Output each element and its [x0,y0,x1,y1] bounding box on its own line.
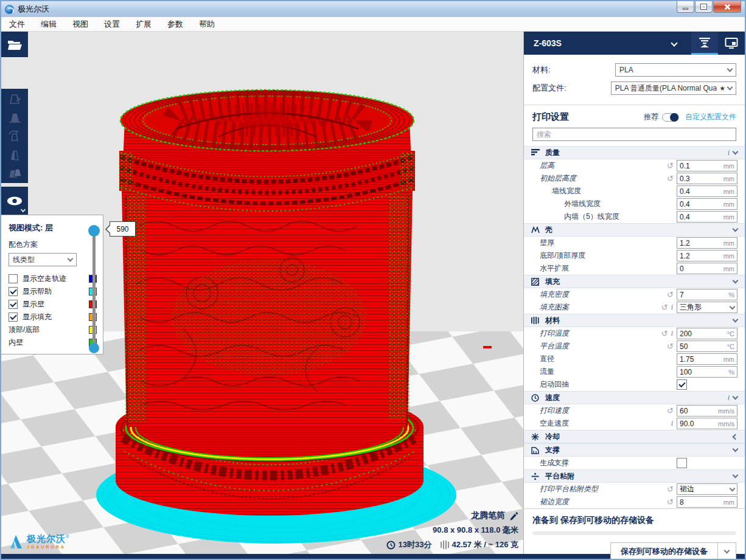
shell-icon [531,226,542,233]
custom-profile-link[interactable]: 自定义配置文件 [685,112,736,122]
wall-thickness-input[interactable]: 1.2mm [677,237,737,249]
menu-settings[interactable]: 设置 [96,17,128,32]
layer-slider-upper-handle[interactable] [88,225,100,237]
inner-wall-line-width-input[interactable]: 0.4mm [677,211,737,223]
horizontal-expansion-input[interactable]: 0mm [677,263,737,274]
section-infill[interactable]: 填充 [524,275,745,288]
section-support[interactable]: 支撑 [524,443,745,457]
custom-mode-toggle[interactable] [662,113,679,122]
settings-search-input[interactable] [532,128,736,141]
setting-row: 内墙（5）线宽度 0.4mm [524,210,745,223]
outer-wall-line-width-input[interactable]: 0.4mm [677,198,737,210]
save-to-removable-button[interactable]: 保存到可移动的存储设备 [610,542,718,560]
maximize-button[interactable] [695,1,713,13]
menu-extensions[interactable]: 扩展 [128,17,159,32]
tab-prepare[interactable] [691,32,718,55]
reset-icon[interactable]: ↺ [667,290,674,299]
info-icon[interactable]: i [728,393,730,403]
section-shell[interactable]: 壳 [524,223,745,237]
layer-slider-track[interactable] [92,230,96,349]
adhesion-type-select[interactable]: 裙边 [677,483,737,495]
layer-height-input[interactable]: 0.1mm [677,160,737,171]
profile-select[interactable]: PLA 普通质量(PLA Normal Qua ★ [611,81,736,95]
brand-watermark: 极光尔沃® JGAURORA [9,533,69,549]
menu-edit[interactable]: 编辑 [33,17,64,32]
open-folder-icon [7,39,22,50]
print-speed-input[interactable]: 60mm/s [677,405,737,417]
section-material[interactable]: 材料 [524,314,745,327]
save-options-dropdown[interactable] [718,542,736,560]
material-label: 材料: [532,64,615,75]
layer-slider-lower-handle[interactable] [89,343,99,353]
mirror-tool-button[interactable] [1,145,28,164]
wall-line-width-input[interactable]: 0.4mm [677,185,737,197]
duplicate-tool-button[interactable] [1,164,28,183]
generate-support-checkbox[interactable] [677,458,687,468]
reset-icon[interactable]: ↺ [667,342,674,351]
menu-file[interactable]: 文件 [1,17,33,32]
chevron-down-icon[interactable] [671,40,677,46]
menu-help[interactable]: 帮助 [191,17,223,32]
reset-icon[interactable]: ↺ [667,161,674,170]
flow-input[interactable]: 100% [677,366,737,378]
rename-pencil-icon[interactable] [509,511,518,520]
infill-checkbox[interactable] [9,313,18,322]
travel-speed-input[interactable]: 90.0mm/s [677,418,737,429]
info-icon[interactable]: i [728,148,730,157]
setting-row: 填充密度 ↺ 7% [524,288,745,301]
print-temperature-input[interactable]: 200°C [677,328,737,339]
setting-row: 填充图案 ↺ i 三角形 [524,301,745,314]
layer-slider[interactable] [88,225,99,354]
model-name: 龙腾笔筒 [471,510,505,521]
shell-checkbox[interactable] [9,300,18,309]
section-speed[interactable]: 速度 i [524,391,745,404]
menu-parameters[interactable]: 参数 [159,17,191,32]
diameter-input[interactable]: 1.75mm [677,353,737,365]
setting-row: 水平扩展 0mm [524,262,745,275]
section-quality[interactable]: 质量 i [524,146,745,159]
scale-tool-button[interactable] [1,108,28,126]
initial-layer-height-input[interactable]: 0.3mm [677,173,737,184]
chevron-down-icon [733,226,739,232]
reset-icon[interactable]: ↺ [667,485,674,494]
settings-list: 质量 i 层高 ↺ 0.1mm 初始层高度 ↺ 0.3mm 墙线宽度 0.4mm [524,146,745,508]
bed-temperature-input[interactable]: 50°C [677,340,737,352]
machine-select[interactable]: Z-603S [524,38,672,48]
top-bottom-thickness-input[interactable]: 1.2mm [677,250,737,261]
reset-icon[interactable]: ↺ [661,303,668,312]
minimize-button[interactable] [677,1,694,13]
infill-pattern-select[interactable]: 三角形 [677,302,737,313]
info-icon[interactable]: i [671,419,673,428]
setting-row: 底部/顶部厚度 1.2mm [524,249,745,262]
setting-row: 初始层高度 ↺ 0.3mm [524,172,745,185]
reset-icon[interactable]: ↺ [661,329,668,338]
skirt-width-input[interactable]: 8mm [677,496,737,508]
close-button[interactable] [713,1,741,13]
infill-density-input[interactable]: 7% [677,289,737,300]
move-tool-button[interactable] [1,89,28,108]
color-scheme-select[interactable]: 线类型 [9,253,77,266]
view-mode-button[interactable] [1,187,28,215]
menu-view[interactable]: 视图 [64,17,96,32]
tab-monitor[interactable] [718,32,745,55]
info-icon[interactable]: i [671,329,673,338]
helpers-checkbox[interactable] [9,287,18,296]
print-time: 13时33分 [399,539,432,550]
monitor-tab-icon [725,37,738,49]
setting-row: 平台温度 ↺ 50°C [524,340,745,353]
section-adhesion[interactable]: 平台粘附 [524,469,745,483]
section-cooling[interactable]: 冷却 [524,430,745,443]
setting-row: 裙边宽度 ↺ 8mm [524,496,745,508]
brand-logo-icon [9,534,24,549]
enable-retraction-checkbox[interactable] [677,379,687,390]
reset-icon[interactable]: ↺ [667,497,674,506]
open-file-button[interactable] [1,32,28,57]
rotate-tool-button[interactable] [1,126,28,145]
reset-icon[interactable]: ↺ [667,174,674,183]
material-select[interactable]: PLA [615,63,736,77]
reset-icon[interactable]: ↺ [667,406,674,415]
setting-row: 墙线宽度 0.4mm [524,185,745,198]
travels-checkbox[interactable] [9,274,18,283]
info-icon[interactable]: i [671,303,673,312]
viewport-3d[interactable]: 视图模式: 层 配色方案 线类型 显示空走轨迹 显示帮助 [1,32,523,554]
